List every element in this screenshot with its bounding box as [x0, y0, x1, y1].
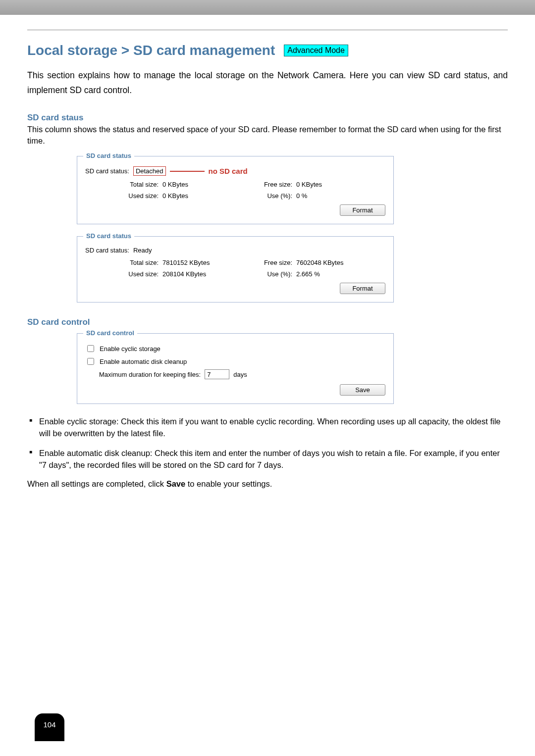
status-label: SD card status: [85, 167, 129, 175]
fieldset-legend: SD card status [83, 232, 134, 240]
status-value-detached: Detached [133, 166, 166, 176]
bullet-cyclic: Enable cyclic storage: Check this item i… [39, 416, 508, 440]
max-duration-label: Maximum duration for keeping files: [99, 371, 201, 378]
used-size-label: Used size: [103, 192, 162, 200]
format-button[interactable]: Format [340, 283, 385, 294]
sd-control-fieldset: SD card control Enable cyclic storage En… [77, 333, 394, 404]
bullet-cleanup: Enable automatic disk cleanup: Check thi… [39, 448, 508, 471]
total-size-value: 0 KBytes [162, 181, 237, 188]
status-text: This column shows the status and reserve… [27, 124, 508, 148]
use-pct-label: Use (%): [237, 270, 296, 278]
free-size-value: 7602048 KBytes [296, 259, 371, 266]
sd-status-ready-fieldset: SD card status SD card status: Ready Tot… [77, 236, 394, 302]
enable-cleanup-label: Enable automatic disk cleanup [100, 358, 187, 365]
callout-no-sd: no SD card [209, 167, 248, 175]
status-label: SD card status: [85, 247, 129, 254]
top-bar [0, 0, 535, 15]
page-title: Local storage > SD card management [27, 43, 275, 58]
enable-cleanup-checkbox[interactable] [87, 358, 94, 365]
fieldset-legend: SD card status [83, 152, 134, 159]
total-size-label: Total size: [103, 181, 162, 188]
page-number-tab: 104 [35, 713, 64, 741]
closing-line: When all settings are completed, click S… [27, 479, 508, 489]
free-size-label: Free size: [237, 259, 296, 266]
enable-cyclic-checkbox[interactable] [87, 345, 94, 352]
free-size-value: 0 KBytes [296, 181, 371, 188]
horizontal-rule [27, 30, 508, 30]
use-pct-value: 0 % [296, 192, 371, 200]
intro-paragraph: This section explains how to manage the … [27, 68, 508, 98]
max-duration-input[interactable] [205, 369, 229, 379]
max-duration-unit: days [233, 371, 247, 378]
used-size-label: Used size: [103, 270, 162, 278]
page-number: 104 [43, 720, 55, 729]
mode-badge: Advanced Mode [284, 45, 348, 56]
closing-post: to enable your settings. [185, 479, 272, 488]
fieldset-legend: SD card control [83, 329, 137, 337]
used-size-value: 208104 KBytes [162, 270, 237, 278]
total-size-label: Total size: [103, 259, 162, 266]
free-size-label: Free size: [237, 181, 296, 188]
use-pct-value: 2.665 % [296, 270, 371, 278]
enable-cyclic-label: Enable cyclic storage [100, 345, 160, 353]
format-button[interactable]: Format [340, 204, 385, 216]
save-button[interactable]: Save [340, 384, 385, 396]
used-size-value: 0 KBytes [162, 192, 237, 200]
sd-status-detached-fieldset: SD card status SD card status: Detached … [77, 156, 394, 224]
page-content: Local storage > SD card management Advan… [0, 15, 535, 517]
status-heading: SD card staus [27, 113, 508, 123]
control-heading: SD card control [27, 317, 508, 327]
status-value-ready: Ready [133, 247, 152, 254]
callout-line [170, 171, 205, 172]
use-pct-label: Use (%): [237, 192, 296, 200]
total-size-value: 7810152 KBytes [162, 259, 237, 266]
closing-bold: Save [166, 479, 186, 488]
closing-pre: When all settings are completed, click [27, 479, 166, 488]
